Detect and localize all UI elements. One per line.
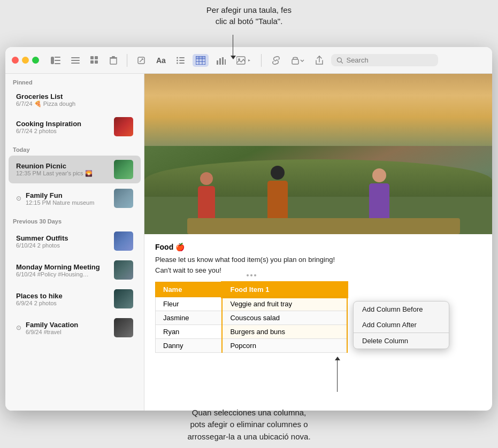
minimize-button[interactable] xyxy=(22,57,29,64)
svg-rect-12 xyxy=(110,57,117,58)
table-row: DannyPopcorn xyxy=(156,339,348,353)
places-thumb xyxy=(114,289,133,308)
chart-button[interactable] xyxy=(213,54,229,67)
previous-section-label: Previous 30 Days xyxy=(5,213,144,227)
reunion-thumb xyxy=(114,160,133,179)
table-cell-food[interactable]: Couscous salad xyxy=(222,311,347,325)
search-input[interactable] xyxy=(346,56,432,64)
toolbar-separator-2 xyxy=(261,54,262,67)
add-column-before-item[interactable]: Add Column Before xyxy=(354,302,449,317)
list-view-button[interactable] xyxy=(68,55,83,66)
titlebar: Aa xyxy=(5,47,492,74)
groceries-title: Groceries List xyxy=(16,92,133,101)
table-cell-name[interactable]: Jasmine xyxy=(156,311,223,325)
search-icon xyxy=(336,57,343,64)
food-table: Name Food Item 1 FleurVeggie and fruit t… xyxy=(155,282,348,353)
sidebar-item-cooking[interactable]: Cooking Inspiration 6/7/24 2 photos xyxy=(9,113,141,141)
svg-rect-0 xyxy=(51,57,54,64)
sidebar-item-places[interactable]: Places to hike 6/9/24 2 photos xyxy=(9,285,141,313)
note-title: Food 🍎 xyxy=(155,243,481,251)
monday-subtitle: 6/10/24 #Policy #Housing… xyxy=(16,271,110,277)
table-row: JasmineCouscous salad xyxy=(156,311,348,325)
main-window: Aa xyxy=(5,47,492,411)
delete-column-item[interactable]: Delete Column xyxy=(354,333,449,349)
shared-icon-2: ⊙ xyxy=(16,324,21,331)
shared-icon: ⊙ xyxy=(16,195,21,202)
table-cell-name[interactable]: Fleur xyxy=(156,297,223,311)
figure-2 xyxy=(267,166,288,218)
add-column-after-item[interactable]: Add Column After xyxy=(354,317,449,333)
sidebar-item-family-fun[interactable]: ⊙ Family Fun 12:15 PM Nature museum xyxy=(9,184,141,212)
col-name-header: Name xyxy=(156,282,223,297)
svg-rect-4 xyxy=(71,57,80,58)
today-section-label: Today xyxy=(5,141,144,155)
family-vacation-title: Family Vacation xyxy=(26,321,110,329)
table-cell-name[interactable]: Ryan xyxy=(156,325,223,339)
format-text-button[interactable]: Aa xyxy=(153,54,169,67)
summer-thumb xyxy=(114,231,133,251)
arrow-top-line xyxy=(233,35,233,56)
svg-rect-37 xyxy=(292,59,298,64)
sidebar-item-family-vacation[interactable]: ⊙ Family Vacation 6/9/24 #travel xyxy=(9,314,141,342)
svg-rect-5 xyxy=(71,60,80,61)
hero-image xyxy=(144,74,492,234)
delete-button[interactable] xyxy=(106,54,120,67)
family-vacation-thumb xyxy=(114,318,133,337)
media-button[interactable] xyxy=(233,54,255,67)
blanket xyxy=(187,218,460,234)
svg-rect-19 xyxy=(179,57,185,58)
svg-rect-21 xyxy=(179,60,185,61)
grid-view-button[interactable] xyxy=(87,54,102,67)
sidebar: Pinned Groceries List 6/7/24 🍕 Pizza dou… xyxy=(5,74,144,411)
table-cell-food[interactable]: Veggie and fruit tray xyxy=(222,297,347,311)
sidebar-toggle-button[interactable] xyxy=(48,55,64,66)
family-vacation-subtitle: 6/9/24 #travel xyxy=(26,329,110,335)
svg-line-39 xyxy=(341,61,342,63)
cooking-title: Cooking Inspiration xyxy=(16,120,110,128)
compose-button[interactable] xyxy=(134,54,149,67)
reunion-title: Reunion Picnic xyxy=(16,162,110,170)
svg-rect-7 xyxy=(90,56,94,59)
svg-rect-6 xyxy=(71,63,80,64)
cooking-thumb xyxy=(114,117,133,136)
sidebar-item-groceries[interactable]: Groceries List 6/7/24 🍕 Pizza dough xyxy=(9,88,141,112)
annotation-bottom: Quan selecciones una columna, pots afegi… xyxy=(0,407,498,443)
groceries-subtitle: 6/7/24 🍕 Pizza dough xyxy=(16,101,133,107)
family-fun-subtitle: 12:15 PM Nature museum xyxy=(26,199,110,206)
search-box[interactable] xyxy=(331,54,438,66)
monday-thumb xyxy=(114,260,133,280)
figure-3 xyxy=(369,168,389,218)
svg-rect-31 xyxy=(219,58,221,65)
places-title: Places to hike xyxy=(16,292,110,300)
svg-rect-3 xyxy=(55,63,60,64)
svg-line-15 xyxy=(140,59,143,62)
table-cell-food[interactable]: Popcorn xyxy=(222,339,347,353)
svg-rect-2 xyxy=(55,60,60,61)
svg-rect-13 xyxy=(112,56,115,57)
family-fun-title: Family Fun xyxy=(26,191,110,199)
table-button[interactable] xyxy=(193,54,209,67)
sidebar-item-summer[interactable]: Summer Outfits 6/10/24 2 photos xyxy=(9,227,141,255)
lock-button[interactable] xyxy=(288,54,308,67)
link-button[interactable] xyxy=(268,54,284,67)
col-food-header[interactable]: Food Item 1 xyxy=(222,282,347,297)
svg-rect-1 xyxy=(55,57,60,58)
share-button[interactable] xyxy=(312,53,327,67)
table-cell-name[interactable]: Danny xyxy=(156,339,223,353)
svg-rect-10 xyxy=(95,60,98,64)
monday-title: Monday Morning Meeting xyxy=(16,263,110,271)
fullscreen-button[interactable] xyxy=(32,57,39,64)
sidebar-item-monday[interactable]: Monday Morning Meeting 6/10/24 #Policy #… xyxy=(9,256,141,284)
sidebar-item-reunion[interactable]: Reunion Picnic 12:35 PM Last year's pics… xyxy=(9,156,141,183)
pinned-section-label: Pinned xyxy=(5,74,144,88)
table-row: RyanBurgers and buns xyxy=(156,325,348,339)
family-fun-thumb xyxy=(114,189,133,208)
table-row: FleurVeggie and fruit tray xyxy=(156,297,348,311)
table-drag-handle[interactable] xyxy=(247,274,256,276)
summer-subtitle: 6/10/24 2 photos xyxy=(16,242,110,249)
note-body: Please let us know what food item(s) you… xyxy=(155,254,481,275)
list-format-button[interactable] xyxy=(173,55,188,66)
table-cell-food[interactable]: Burgers and buns xyxy=(222,325,347,339)
context-menu: Add Column Before Add Column After Delet… xyxy=(353,301,449,349)
close-button[interactable] xyxy=(12,57,19,64)
